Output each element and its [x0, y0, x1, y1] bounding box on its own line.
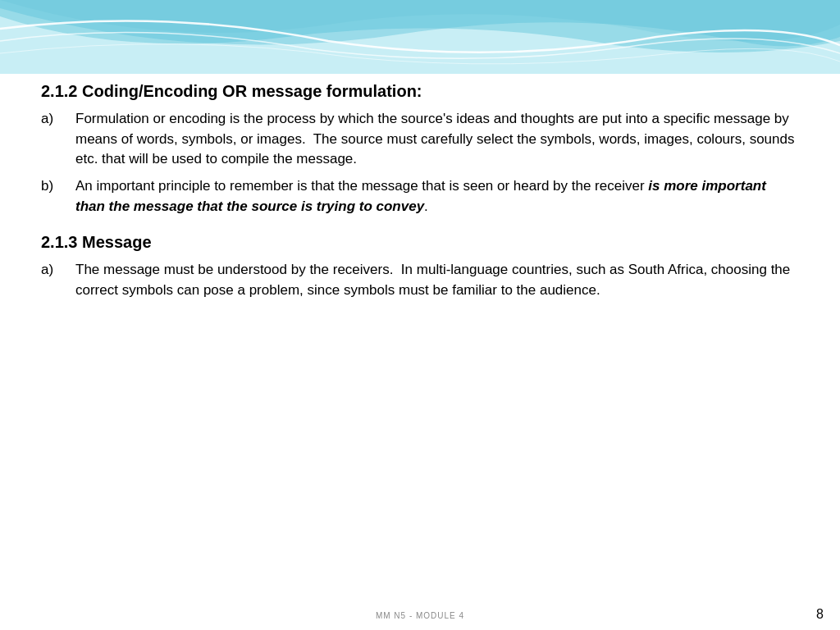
list-text-b1: An important principle to remember is th…: [75, 176, 799, 217]
section-212: 2.1.2 Coding/Encoding OR message formula…: [41, 82, 799, 217]
list-label-b1: b): [41, 176, 75, 217]
section-213-heading: 2.1.3 Message: [41, 233, 799, 252]
top-wave-decoration: [0, 0, 840, 74]
section-213: 2.1.3 Message a) The message must be und…: [41, 233, 799, 300]
list-label-a1: a): [41, 109, 75, 170]
list-label-a2: a): [41, 260, 75, 300]
section-212-item-a: a) Formulation or encoding is the proces…: [41, 109, 799, 170]
list-text-a2: The message must be understood by the re…: [75, 260, 799, 300]
slide-content: 2.1.2 Coding/Encoding OR message formula…: [41, 82, 799, 597]
slide-container: 2.1.2 Coding/Encoding OR message formula…: [0, 0, 840, 630]
section-212-heading: 2.1.2 Coding/Encoding OR message formula…: [41, 82, 799, 101]
section-213-item-a: a) The message must be understood by the…: [41, 260, 799, 300]
slide-watermark: MM N5 - MODULE 4: [376, 611, 464, 620]
page-number: 8: [816, 607, 824, 622]
bold-italic-text: is more important than the message that …: [75, 178, 766, 214]
section-212-item-b: b) An important principle to remember is…: [41, 176, 799, 217]
list-text-a1: Formulation or encoding is the process b…: [75, 109, 799, 170]
